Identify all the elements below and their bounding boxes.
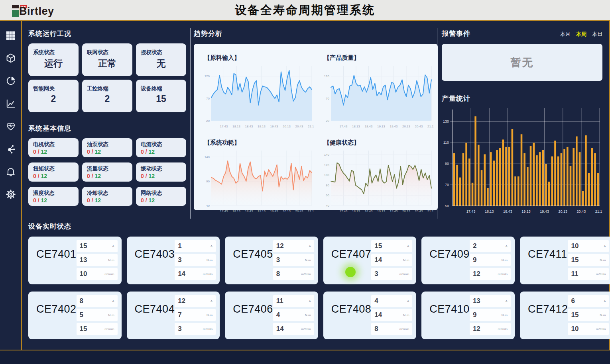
running-indicator-dot bbox=[345, 267, 356, 277]
metric-unit: A bbox=[309, 245, 311, 248]
device-card[interactable]: CE74126A15N·m10m³/min bbox=[520, 292, 610, 339]
svg-text:140: 140 bbox=[205, 155, 210, 159]
svg-text:20:43: 20:43 bbox=[415, 125, 423, 128]
device-card[interactable]: CE740115A13N·m10m³/min bbox=[28, 237, 122, 284]
metric-unit: A bbox=[506, 245, 508, 248]
device-name: CE7410 bbox=[429, 303, 470, 336]
svg-text:19:13: 19:13 bbox=[258, 125, 266, 128]
device-metric-row: 14N·m bbox=[371, 309, 412, 321]
info-card-value: 0 / 12 bbox=[141, 173, 181, 179]
device-card[interactable]: CE74028A5N·m15m³/min bbox=[28, 292, 122, 339]
sidebar bbox=[0, 21, 22, 350]
metric-value: 9 bbox=[473, 311, 476, 319]
metric-value: 4 bbox=[276, 311, 280, 319]
info-card-value: 0 / 12 bbox=[87, 173, 128, 179]
metric-unit: N·m bbox=[108, 258, 114, 262]
alarm-tab-本日[interactable]: 本日 bbox=[592, 31, 602, 38]
molecule-icon[interactable] bbox=[5, 143, 16, 155]
info-current: 0 / bbox=[141, 149, 148, 155]
info-current: 0 / bbox=[141, 197, 148, 204]
panel-basic-info: 系统基本信息 电机状态0 / 12油泵状态0 / 12电流状态0 / 12扭矩状… bbox=[28, 124, 186, 206]
device-card[interactable]: CE741013A9N·m12m³/min bbox=[421, 292, 515, 339]
device-metrics: 1A3N·m14m³/min bbox=[175, 240, 216, 281]
device-card[interactable]: CE74084A14N·m8m³/min bbox=[323, 292, 417, 339]
info-current: 0 / bbox=[33, 197, 41, 204]
device-metric-row: 13N·m bbox=[77, 254, 118, 266]
metric-unit: A bbox=[211, 299, 213, 303]
device-card[interactable]: CE74092A9N·m12m³/min bbox=[421, 237, 515, 284]
svg-text:19:13: 19:13 bbox=[258, 209, 266, 213]
metric-unit: m³/min bbox=[399, 327, 409, 331]
metric-value: 15 bbox=[80, 325, 87, 333]
info-card: 流量状态0 / 12 bbox=[82, 162, 132, 182]
metric-unit: m³/min bbox=[203, 272, 213, 276]
svg-text:130: 130 bbox=[443, 119, 449, 123]
svg-text:21:13: 21:13 bbox=[308, 209, 314, 213]
trend-title: 趋势分析 bbox=[194, 29, 438, 38]
device-card[interactable]: CE74031A3N·m14m³/min bbox=[127, 237, 220, 284]
svg-text:18:13: 18:13 bbox=[232, 125, 241, 128]
svg-text:17:43: 17:43 bbox=[339, 209, 348, 213]
svg-text:70: 70 bbox=[445, 183, 449, 187]
metric-value: 11 bbox=[571, 270, 578, 278]
device-metrics: 13A9N·m12m³/min bbox=[470, 295, 511, 336]
device-name: CE7403 bbox=[135, 248, 175, 281]
info-total: 12 bbox=[41, 197, 47, 204]
health-pulse-icon[interactable] bbox=[5, 121, 16, 132]
device-metric-row: 14N·m bbox=[371, 254, 412, 266]
metric-unit: A bbox=[604, 299, 606, 303]
alarm-header: 报警事件 本月本周本日 bbox=[442, 29, 602, 38]
metric-unit: A bbox=[407, 299, 409, 303]
info-card: 电机状态0 / 12 bbox=[28, 138, 79, 157]
metric-value: 14 bbox=[374, 311, 382, 319]
metric-unit: m³/min bbox=[301, 272, 311, 276]
pie-chart-icon[interactable] bbox=[5, 75, 16, 86]
status-card: 系统状态运行 bbox=[28, 43, 79, 76]
device-metric-row: 3m³/min bbox=[175, 323, 216, 335]
svg-text:70: 70 bbox=[326, 97, 329, 100]
bell-icon[interactable] bbox=[5, 166, 16, 177]
svg-text:20:13: 20:13 bbox=[283, 125, 291, 128]
device-card[interactable]: CE740715A14N·m3m³/min bbox=[323, 237, 417, 284]
svg-text:90: 90 bbox=[445, 162, 449, 166]
info-current: 0 / bbox=[33, 173, 41, 179]
svg-text:20:13: 20:13 bbox=[283, 209, 291, 213]
svg-text:19:43: 19:43 bbox=[390, 125, 398, 128]
info-total: 12 bbox=[94, 149, 101, 155]
info-card: 振动状态0 / 12 bbox=[136, 162, 186, 182]
alarm-tab-本月[interactable]: 本月 bbox=[560, 31, 571, 38]
gear-icon[interactable] bbox=[5, 189, 16, 200]
device-metric-row: 10m³/min bbox=[77, 268, 118, 280]
info-card: 冷却状态0 / 12 bbox=[82, 187, 132, 206]
devices-title: 设备实时状态 bbox=[28, 222, 603, 231]
device-metric-row: 8A bbox=[77, 295, 118, 307]
svg-text:20:43: 20:43 bbox=[295, 209, 303, 213]
device-metric-row: 9N·m bbox=[470, 254, 511, 266]
metric-value: 15 bbox=[571, 256, 579, 264]
metric-value: 11 bbox=[276, 297, 283, 305]
device-card[interactable]: CE741110A15N·m11m³/min bbox=[520, 237, 610, 284]
svg-text:19:43: 19:43 bbox=[270, 209, 278, 213]
metric-value: 3 bbox=[178, 325, 181, 333]
info-card: 扭矩状态0 / 12 bbox=[28, 162, 79, 182]
device-card[interactable]: CE740412A7N·m3m³/min bbox=[127, 292, 220, 339]
apps-grid-icon[interactable] bbox=[5, 30, 16, 41]
bar-chart: 17:4318:1318:4319:1319:4320:1320:4321:13… bbox=[442, 106, 602, 218]
metric-value: 8 bbox=[276, 270, 280, 278]
device-card[interactable]: CE740611A4N·m14m³/min bbox=[225, 292, 318, 339]
panel-production: 产量统计 17:4318:1318:4319:1319:4320:1320:43… bbox=[442, 94, 602, 218]
info-card-label: 温度状态 bbox=[33, 190, 74, 197]
cube-icon[interactable] bbox=[5, 53, 16, 64]
svg-text:70: 70 bbox=[206, 97, 210, 100]
svg-text:21:13: 21:13 bbox=[595, 209, 602, 213]
device-metric-row: 14m³/min bbox=[175, 268, 216, 280]
device-card[interactable]: CE740512A3N·m8m³/min bbox=[225, 237, 318, 284]
device-name: CE7401 bbox=[36, 248, 77, 281]
line-chart-icon[interactable] bbox=[5, 98, 16, 109]
svg-text:17:43: 17:43 bbox=[339, 125, 348, 128]
device-metric-row: 5N·m bbox=[77, 309, 118, 321]
device-metric-row: 15m³/min bbox=[77, 323, 118, 335]
metric-value: 14 bbox=[276, 325, 284, 333]
status-card-label: 设备终端 bbox=[141, 85, 181, 92]
alarm-tab-本周[interactable]: 本周 bbox=[576, 31, 586, 38]
